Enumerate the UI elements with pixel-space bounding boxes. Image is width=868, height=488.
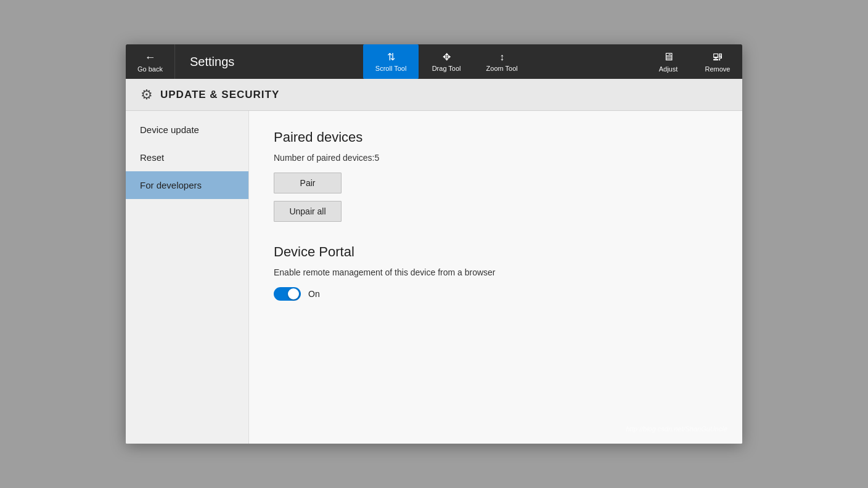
zoom-tool-button[interactable]: ↕ Zoom Tool — [474, 44, 530, 79]
sidebar-item-device-update[interactable]: Device update — [126, 116, 248, 144]
back-button[interactable]: ← Go back — [126, 44, 175, 79]
content-area: Paired devices Number of paired devices:… — [249, 111, 742, 444]
sidebar-item-for-developers[interactable]: For developers — [126, 171, 248, 199]
remove-button[interactable]: 🖳 Remove — [693, 44, 742, 79]
remove-icon: 🖳 — [712, 51, 723, 63]
paired-devices-count: Number of paired devices:5 — [274, 153, 718, 163]
titlebar: ← Go back Settings ⇅ Scroll Tool ✥ Drag … — [126, 44, 742, 79]
drag-tool-label: Drag Tool — [432, 65, 461, 72]
scroll-tool-button[interactable]: ⇅ Scroll Tool — [363, 44, 419, 79]
section-header-title: UPDATE & SECURITY — [160, 89, 279, 101]
toggle-knob — [288, 288, 299, 299]
sidebar-device-update-label: Device update — [140, 124, 199, 135]
sidebar: Device update Reset For developers — [126, 111, 249, 444]
device-portal-toggle-row: On — [274, 287, 718, 301]
drag-tool-icon: ✥ — [443, 51, 451, 63]
device-portal-section: Device Portal Enable remote management o… — [274, 244, 718, 301]
paired-devices-title: Paired devices — [274, 129, 718, 145]
zoom-tool-icon: ↕ — [499, 52, 504, 63]
adjust-label: Adjust — [659, 65, 678, 73]
sidebar-for-developers-label: For developers — [140, 180, 202, 190]
pair-button[interactable]: Pair — [274, 173, 342, 193]
main-layout: Device update Reset For developers Paire… — [126, 111, 742, 444]
section-header: ⚙ UPDATE & SECURITY — [126, 79, 742, 111]
back-arrow-icon: ← — [145, 51, 156, 64]
scroll-tool-label: Scroll Tool — [375, 65, 407, 72]
remove-label: Remove — [705, 65, 731, 73]
adjust-button[interactable]: 🖥 Adjust — [644, 44, 693, 79]
back-label: Go back — [137, 65, 163, 73]
watermark: http://blog.csdn.net/ShanGuUncle — [626, 425, 728, 433]
device-portal-toggle[interactable] — [274, 287, 301, 301]
drag-tool-button[interactable]: ✥ Drag Tool — [419, 44, 474, 79]
titlebar-actions: 🖥 Adjust 🖳 Remove — [644, 44, 742, 79]
zoom-tool-label: Zoom Tool — [486, 65, 518, 72]
device-portal-description: Enable remote management of this device … — [274, 267, 718, 277]
toggle-label: On — [308, 289, 320, 299]
scroll-tool-icon: ⇅ — [387, 51, 395, 63]
sidebar-item-reset[interactable]: Reset — [126, 144, 248, 171]
device-portal-title: Device Portal — [274, 244, 718, 260]
adjust-icon: 🖥 — [663, 51, 674, 63]
toolbar-tools: ⇅ Scroll Tool ✥ Drag Tool ↕ Zoom Tool — [249, 44, 644, 79]
gear-icon: ⚙ — [141, 87, 153, 103]
sidebar-reset-label: Reset — [140, 152, 164, 163]
paired-devices-section: Paired devices Number of paired devices:… — [274, 129, 718, 222]
unpair-all-button[interactable]: Unpair all — [274, 201, 342, 222]
settings-title: Settings — [175, 55, 249, 69]
